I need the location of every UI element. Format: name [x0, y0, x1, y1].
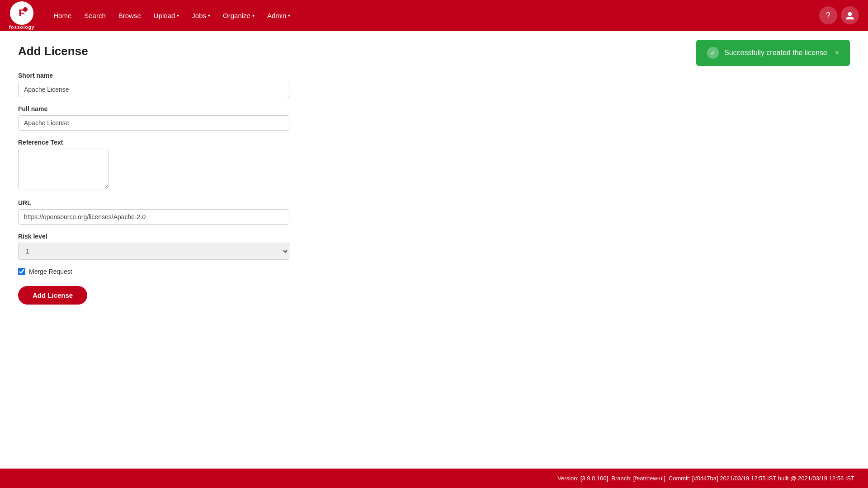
merge-request-checkbox[interactable] [18, 268, 25, 275]
url-input[interactable] [18, 209, 289, 225]
short-name-input[interactable] [18, 82, 289, 97]
nav-search[interactable]: Search [79, 8, 111, 23]
merge-request-label[interactable]: Merge Request [29, 268, 72, 275]
nav-right: ? [819, 6, 859, 24]
url-group: URL [18, 199, 850, 225]
full-name-label: Full name [18, 105, 850, 113]
risk-level-label: Risk level [18, 233, 850, 240]
nav-organize[interactable]: Organize ▾ [217, 8, 260, 23]
footer-text: Version: [3.9.0.160], Branch: [feat/new-… [557, 475, 854, 482]
logo-text: fossology [9, 25, 34, 30]
short-name-group: Short name [18, 72, 850, 97]
add-license-button[interactable]: Add License [18, 286, 87, 305]
merge-request-group: Merge Request [18, 268, 850, 275]
reference-text-label: Reference Text [18, 139, 850, 146]
nav-home[interactable]: Home [48, 8, 77, 23]
nav-links: Home Search Browse Upload ▾ Jobs ▾ Organ… [48, 8, 819, 23]
reference-text-group: Reference Text [18, 139, 850, 191]
risk-level-group: Risk level 1 2 3 4 5 [18, 233, 850, 260]
nav-jobs[interactable]: Jobs ▾ [186, 8, 216, 23]
svg-point-3 [848, 12, 852, 16]
short-name-label: Short name [18, 72, 850, 79]
risk-level-select[interactable]: 1 2 3 4 5 [18, 243, 289, 260]
nav-browse[interactable]: Browse [113, 8, 146, 23]
help-button[interactable]: ? [819, 6, 837, 24]
svg-point-2 [23, 7, 28, 12]
jobs-arrow-icon: ▾ [208, 13, 210, 18]
full-name-group: Full name [18, 105, 850, 131]
logo-circle: F [10, 1, 33, 25]
user-button[interactable] [841, 6, 859, 24]
url-label: URL [18, 199, 850, 206]
upload-arrow-icon: ▾ [177, 13, 179, 18]
success-toast: ✓ Successfully created the license × [696, 40, 850, 66]
reference-text-input[interactable] [18, 149, 108, 189]
navbar: F fossology Home Search Browse Upload ▾ … [0, 0, 868, 31]
main-content: ✓ Successfully created the license × Add… [0, 31, 868, 469]
full-name-input[interactable] [18, 115, 289, 131]
toast-message: Successfully created the license [724, 49, 827, 57]
nav-admin[interactable]: Admin ▾ [262, 8, 296, 23]
toast-check-icon: ✓ [707, 47, 719, 59]
add-license-form: Short name Full name Reference Text URL … [18, 72, 850, 305]
toast-close-button[interactable]: × [835, 49, 839, 57]
admin-arrow-icon: ▾ [288, 13, 290, 18]
logo-area[interactable]: F fossology [9, 1, 34, 30]
footer: Version: [3.9.0.160], Branch: [feat/new-… [0, 469, 868, 488]
nav-upload[interactable]: Upload ▾ [148, 8, 185, 23]
organize-arrow-icon: ▾ [252, 13, 255, 18]
